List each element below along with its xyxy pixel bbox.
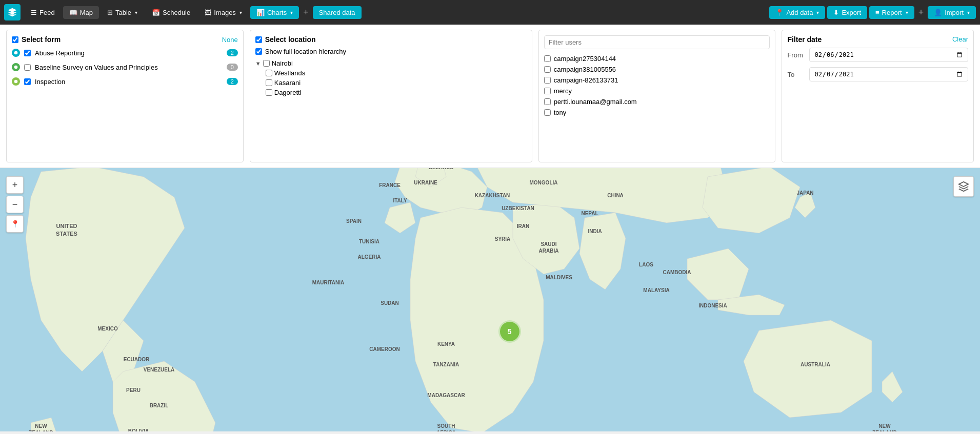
app-logo[interactable]: [4, 4, 21, 20]
user-checkbox[interactable]: [544, 77, 551, 84]
form-item-checkbox[interactable]: [24, 78, 31, 85]
svg-text:VENEZUELA: VENEZUELA: [144, 367, 175, 373]
nav-report[interactable]: ≡ Report ▾: [869, 6, 914, 19]
form-item-checkbox[interactable]: [24, 50, 31, 56]
location-toggle[interactable]: ▼: [255, 60, 261, 67]
filter-users-section: campaign275304144 campaign381005556 camp…: [538, 30, 776, 162]
top-nav: ☰ Feed 📖 Map ⊞ Table ▾ 📅 Schedule 🖼 Imag…: [0, 0, 980, 25]
location-item: ▼ Nairobi: [255, 58, 527, 68]
svg-text:SUDAN: SUDAN: [381, 300, 399, 306]
form-item-icon: [12, 49, 20, 57]
svg-point-0: [14, 51, 18, 55]
location-name: Westlands: [274, 69, 305, 77]
svg-text:UZBEKISTAN: UZBEKISTAN: [502, 205, 534, 211]
form-item-count: 2: [227, 49, 238, 56]
form-item-count: 2: [227, 78, 238, 85]
svg-text:NEW: NEW: [35, 423, 47, 429]
form-item-checkbox[interactable]: [24, 64, 31, 71]
location-checkbox[interactable]: [266, 79, 272, 86]
map-controls: + − 📍: [6, 176, 24, 233]
date-clear-btn[interactable]: Clear: [952, 35, 968, 44]
map-icon: 📖: [69, 9, 77, 16]
nav-feed[interactable]: ☰ Feed: [25, 6, 61, 19]
select-location-checkbox[interactable]: [255, 36, 262, 43]
form-item-name: Baseline Survey on Values and Principles: [35, 64, 223, 71]
svg-text:SAUDI: SAUDI: [541, 241, 556, 247]
nav-charts[interactable]: 📊 Charts ▾: [250, 6, 299, 19]
svg-text:NEPAL: NEPAL: [581, 211, 598, 216]
select-form-checkbox[interactable]: [12, 36, 18, 43]
map-svg: UNITED STATES MEXICO BRAZIL BOLIVIA PERU…: [0, 168, 980, 431]
import-caret: ▾: [967, 10, 970, 15]
location-item: Kasarani: [255, 78, 527, 88]
nav-export[interactable]: ⬇ Export: [827, 6, 867, 19]
user-name: pertti.lounamaa@gmail.com: [554, 98, 637, 106]
none-link[interactable]: None: [222, 36, 238, 44]
location-checkbox[interactable]: [266, 70, 272, 76]
nav-right-plus[interactable]: +: [916, 7, 926, 18]
svg-text:MAURITANIA: MAURITANIA: [312, 280, 345, 285]
filter-bar: Select form None Abuse Reporting 2 Basel…: [0, 25, 980, 168]
nav-schedule[interactable]: 📅 Schedule: [146, 6, 196, 19]
user-name: campaign-826133731: [554, 76, 618, 84]
map-container[interactable]: UNITED STATES MEXICO BRAZIL BOLIVIA PERU…: [0, 168, 980, 431]
user-name: mercy: [554, 87, 572, 95]
svg-text:MALAYSIA: MALAYSIA: [643, 287, 669, 293]
svg-text:TANZANIA: TANZANIA: [433, 362, 459, 367]
user-item: campaign275304144: [544, 53, 770, 64]
nav-map[interactable]: 📖 Map: [63, 6, 99, 19]
nav-import[interactable]: 👤 Import ▾: [928, 6, 976, 19]
svg-point-1: [14, 66, 18, 69]
map-cluster[interactable]: 5: [498, 320, 521, 343]
svg-text:SPAIN: SPAIN: [346, 218, 362, 224]
user-checkbox[interactable]: [544, 98, 551, 105]
svg-text:ALGERIA: ALGERIA: [358, 254, 381, 260]
filter-users-input[interactable]: [544, 35, 770, 49]
user-checkbox[interactable]: [544, 109, 551, 116]
zoom-out-button[interactable]: −: [6, 196, 24, 213]
show-full-hierarchy-checkbox[interactable]: [255, 48, 262, 55]
charts-caret: ▾: [290, 10, 293, 15]
map-layers-button[interactable]: [953, 176, 974, 197]
nav-shared-data[interactable]: Shared data: [313, 6, 362, 19]
svg-text:INDIA: INDIA: [588, 229, 602, 234]
form-item: Inspection 2: [12, 76, 238, 87]
user-item: mercy: [544, 86, 770, 96]
user-checkbox[interactable]: [544, 55, 551, 62]
date-from-input[interactable]: [809, 48, 968, 62]
table-icon: ⊞: [107, 9, 113, 16]
svg-text:ITALY: ITALY: [393, 198, 407, 203]
form-item-count: 0: [227, 64, 238, 71]
svg-text:ARABIA: ARABIA: [539, 248, 559, 254]
svg-text:CHINA: CHINA: [607, 193, 624, 198]
user-name: campaign381005556: [554, 66, 616, 73]
date-to-input[interactable]: [809, 67, 968, 81]
location-checkbox[interactable]: [266, 89, 272, 96]
filter-date-title: Filter date Clear: [787, 35, 968, 44]
user-item: campaign381005556: [544, 64, 770, 75]
nav-add-data[interactable]: 📍 Add data ▾: [769, 6, 825, 19]
location-checkbox[interactable]: [263, 60, 270, 67]
user-checkbox[interactable]: [544, 88, 551, 94]
svg-text:STATES: STATES: [56, 231, 77, 237]
feed-icon: ☰: [31, 9, 37, 16]
svg-text:BOLIVIA: BOLIVIA: [128, 428, 149, 431]
date-to-row: To: [787, 67, 968, 81]
user-name: campaign275304144: [554, 55, 616, 63]
svg-text:UNITED: UNITED: [56, 223, 77, 229]
main-content: ☰ Feed 📖 Map ⊞ Table ▾ 📅 Schedule 🖼 Imag…: [0, 0, 980, 434]
images-icon: 🖼: [205, 9, 211, 16]
user-checkbox[interactable]: [544, 66, 551, 73]
svg-text:PERU: PERU: [126, 387, 141, 393]
location-name: Kasarani: [274, 79, 301, 87]
nav-table[interactable]: ⊞ Table ▾: [101, 6, 144, 19]
zoom-in-button[interactable]: +: [6, 176, 24, 194]
svg-text:TUNISIA: TUNISIA: [359, 239, 379, 244]
locate-button[interactable]: 📍: [6, 215, 24, 233]
form-item-icon: [12, 77, 20, 86]
nav-images[interactable]: 🖼 Images ▾: [198, 6, 248, 19]
users-list: campaign275304144 campaign381005556 camp…: [544, 53, 770, 118]
svg-text:CAMEROON: CAMEROON: [369, 346, 399, 352]
nav-add-plus[interactable]: +: [301, 7, 311, 18]
svg-text:JAPAN: JAPAN: [796, 190, 813, 196]
